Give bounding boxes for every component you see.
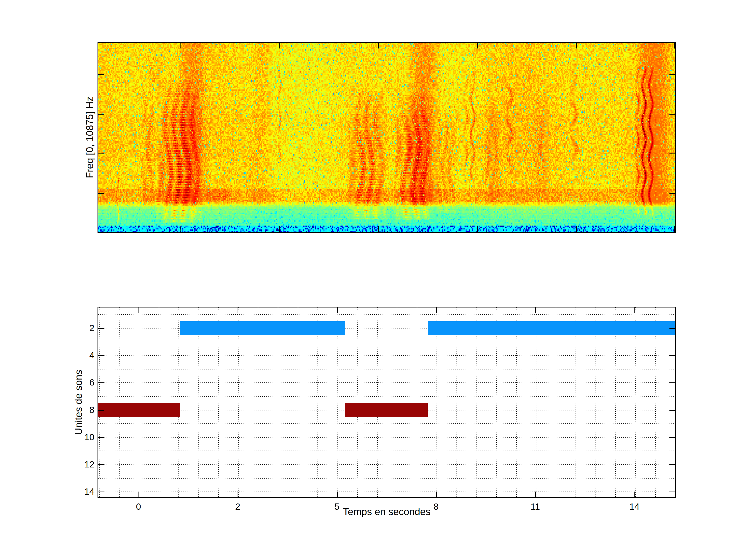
spec-x-tick-mark [477,226,478,232]
grid-line-horizontal [98,369,675,369]
grid-line-vertical [397,308,397,497]
x-tick-mark [138,491,139,497]
grid-line-vertical [218,308,218,497]
x-tick-mark [436,308,437,313]
spec-x-tick-mark [477,43,478,49]
spec-y-tick-mark [669,193,675,194]
x-tick-label: 2 [235,501,240,512]
grid-line-horizontal [98,423,675,424]
y-tick-label: 2 [89,323,95,333]
grid-line-vertical [337,308,338,497]
grid-line-vertical [536,308,536,497]
grid-line-horizontal [98,437,675,437]
grid-line-vertical [437,308,437,497]
grid-line-vertical [496,308,497,497]
grid-line-vertical [516,308,517,497]
x-tick-mark [337,491,338,497]
y-tick-mark [669,464,675,465]
grid-line-vertical [298,308,298,497]
y-tick-label: 14 [84,486,95,497]
x-tick-label: 0 [136,501,141,512]
matlab-figure: { "figure": { "background": "#ffffff" },… [0,0,747,560]
spec-y-tick-mark [98,154,104,154]
freq-axis-label: Freq [0, 10875] Hz [84,97,96,178]
x-tick-mark [635,491,635,497]
spec-y-tick-mark [669,114,675,114]
grid-line-vertical [119,308,120,497]
grid-line-vertical [317,308,318,497]
grid-line-vertical [615,308,616,497]
grid-line-vertical [635,308,636,497]
y-tick-label: 6 [89,377,95,388]
spectrogram-axes [98,42,676,233]
x-tick-mark [138,308,139,313]
spec-x-tick-mark [378,43,379,49]
sound-unit-bar [180,321,345,335]
grid-line-vertical [476,308,477,497]
spec-x-tick-mark [674,43,675,49]
grid-line-vertical [178,308,179,497]
grid-line-vertical [556,308,556,497]
grid-line-horizontal [98,491,675,492]
x-tick-label: 5 [334,501,339,512]
grid-line-horizontal [98,342,675,342]
grid-line-vertical [238,308,239,497]
time-axis-label: Temps en secondes [343,506,431,517]
x-tick-mark [238,308,238,313]
spec-x-tick-mark [576,226,577,232]
x-tick-label: 11 [531,501,540,512]
spec-y-tick-mark [98,193,104,194]
spectrogram-canvas [98,43,675,232]
spec-y-tick-mark [98,114,104,114]
spec-y-tick-mark [98,74,104,75]
y-tick-mark [98,464,104,465]
x-tick-mark [238,491,238,497]
sound-unit-bar [98,403,180,417]
spec-x-tick-mark [180,43,181,49]
grid-line-vertical [377,308,378,497]
grid-line-horizontal [98,382,675,383]
sound-unit-bar [345,403,428,417]
y-tick-label: 4 [89,350,95,361]
grid-line-vertical [655,308,656,497]
grid-line-vertical [99,308,100,497]
sound-unit-bar [428,321,675,335]
y-tick-mark [669,437,675,438]
grid-line-vertical [258,308,258,497]
x-tick-mark [337,308,338,313]
grid-line-horizontal [98,451,675,451]
y-tick-mark [98,437,104,438]
grid-line-vertical [159,308,159,497]
grid-line-vertical [357,308,358,497]
spec-y-tick-mark [669,154,675,154]
spec-x-tick-mark [674,226,675,232]
spec-x-tick-mark [279,226,280,232]
x-tick-label: 8 [433,501,438,512]
grid-line-vertical [139,308,139,497]
y-tick-label: 8 [89,405,95,415]
x-tick-mark [535,308,536,313]
spec-y-tick-mark [669,74,675,75]
x-tick-label: 14 [629,501,640,512]
x-tick-mark [436,491,437,497]
spec-x-tick-mark [180,226,181,232]
y-tick-mark [98,328,104,329]
grid-line-horizontal [98,355,675,356]
x-tick-mark [535,491,536,497]
y-tick-mark [669,410,675,411]
grid-line-vertical [575,308,576,497]
units-axis-label: Unites de sons [73,370,84,435]
spec-x-tick-mark [576,43,577,49]
y-tick-mark [98,491,104,492]
y-tick-mark [98,355,104,356]
grid-line-vertical [278,308,278,497]
y-tick-mark [669,328,675,329]
y-tick-mark [98,382,104,383]
spec-x-tick-mark [378,226,379,232]
grid-line-vertical [417,308,417,497]
y-tick-mark [669,382,675,383]
y-tick-label: 12 [84,459,95,470]
timeline-axes [98,307,676,498]
y-tick-mark [98,410,104,411]
y-tick-label: 10 [84,432,95,442]
